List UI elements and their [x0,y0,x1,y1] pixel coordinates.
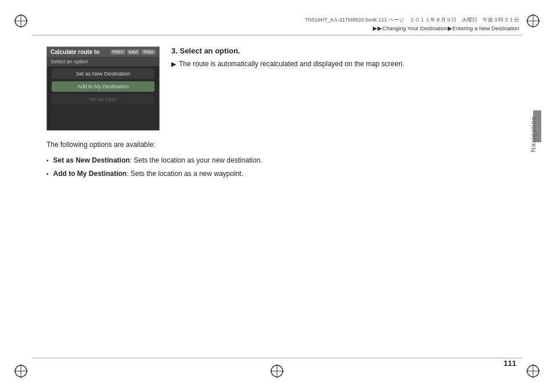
screen-menu-set-new-destination[interactable]: Set as New Destination [52,69,154,79]
step3-bullet-text: The route is automatically recalculated … [179,59,404,69]
list-item-2-desc: : Sets the location as a new waypoint. [127,170,243,178]
list-item-1-term: Set as New Destination [53,156,130,164]
file-info: TN516HT_KA-31TM8820.book 111 ページ ２０１１年８月… [305,16,519,24]
body-text: The following options are available: • S… [46,139,513,182]
breadcrumb-part2: ▶Entering a New Destination [448,25,519,31]
trek-icon: TREK [141,49,156,55]
device-screen: Calculate route to PREV NAVI TREK Select… [46,46,160,131]
body-intro: The following options are available: [46,139,513,150]
screen-subtitle: Select an option [47,57,159,66]
screen-title-bar: Calculate route to PREV NAVI TREK [47,47,159,57]
list-item-1-text: Set as New Destination: Sets the locatio… [53,155,262,166]
bottom-rule [32,358,522,358]
breadcrumb-part1: ▶▶Changing Your Destination [373,25,448,31]
list-item-1-desc: : Sets the location as your new destinat… [130,156,262,164]
bullet-dot-1: • [46,156,49,166]
navigation-sidebar-label: Navigation [530,116,537,152]
step3-label: 3. Select an option. [171,46,519,55]
top-rule [32,35,522,35]
step3-content: 3. Select an option. ▶ The route is auto… [171,46,519,69]
page-header: TN516HT_KA-31TM8820.book 111 ページ ２０１１年８月… [35,16,519,31]
prev-icon: PREV [110,49,125,55]
corner-mark-bottom-left [13,363,29,379]
step3-bullet: ▶ The route is automatically recalculate… [171,59,519,69]
page-number: 111 [503,359,516,368]
breadcrumb: ▶▶Changing Your Destination▶Entering a N… [373,25,519,31]
list-item-set-new-destination: • Set as New Destination: Sets the locat… [46,155,513,166]
step3-bullet-arrow: ▶ [171,59,176,69]
screen-title-text: Calculate route to [51,49,99,55]
corner-mark-top-left [13,13,29,29]
corner-mark-top-right [525,13,541,29]
list-item-add-to-my-destination: • Add to My Destination: Sets the locati… [46,168,513,179]
screen-menu-add-to-my-destination[interactable]: Add to My Destination [52,81,154,92]
list-item-2-text: Add to My Destination: Sets the location… [53,168,243,179]
navi-icon: NAVI [127,49,140,55]
list-item-2-term: Add to My Destination [53,170,127,178]
bullet-dot-2: • [46,170,49,179]
corner-mark-bottom-right [525,363,541,379]
screen-menu-set-as-dest: Set as Dest. [52,94,154,105]
screen-title-icons: PREV NAVI TREK [110,49,156,55]
bullet-list: • Set as New Destination: Sets the locat… [46,155,513,179]
corner-mark-bottom-center [269,363,285,379]
